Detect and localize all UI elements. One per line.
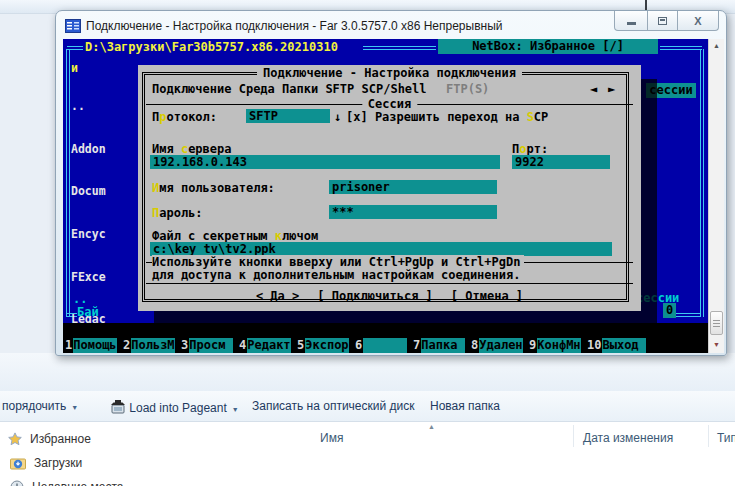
- command-line[interactable]: > ↑: [63, 323, 708, 338]
- file-item[interactable]: Encyc: [71, 228, 129, 241]
- column-divider[interactable]: [573, 425, 574, 447]
- new-folder-button[interactable]: Новая папка: [430, 399, 500, 413]
- server-name-input[interactable]: 192.168.0.143: [150, 155, 500, 169]
- right-panel-title[interactable]: NetBox: Избранное [/]: [438, 39, 658, 54]
- organize-button[interactable]: порядочить▼: [2, 399, 78, 413]
- close-icon: X: [694, 15, 701, 27]
- dialog-tabs[interactable]: Подключение Среда Папки SFTP SCP/Shell: [152, 82, 427, 97]
- far-console: D:\Загрузки\Far30b5757.x86.20210310 NetB…: [63, 39, 708, 353]
- yes-button[interactable]: < Да >: [256, 289, 299, 304]
- column-header-name[interactable]: Имя: [320, 431, 343, 445]
- fnkey-9[interactable]: 9КонфМн: [529, 338, 581, 353]
- scrollbar-thumb[interactable]: [710, 311, 723, 335]
- thumb-grip: [713, 320, 720, 327]
- fnkey-4[interactable]: 4Редакт: [239, 338, 291, 353]
- username-input[interactable]: prisoner: [329, 180, 497, 194]
- star-icon: [8, 432, 22, 446]
- maximize-icon: [658, 17, 667, 25]
- load-into-pageant-button[interactable]: Load into Pageant▼: [110, 399, 239, 415]
- port-input[interactable]: 9922: [512, 155, 610, 169]
- dialog-tab-disabled: FTP(S): [446, 82, 489, 97]
- minimize-icon: [627, 22, 636, 25]
- sidebar-label: Недавние места: [32, 480, 123, 486]
- burn-to-disc-button[interactable]: Записать на оптический диск: [252, 399, 415, 413]
- sidebar-item-favorites[interactable]: Избранное: [8, 432, 91, 446]
- explorer-content: Избранное Загрузки Недавние места ▲ Имя …: [0, 422, 735, 486]
- function-key-bar: 1Помощь 2ПользМ 3Просм 4Редакт 5Экспор 6…: [63, 338, 708, 353]
- sidebar-label: Загрузки: [34, 456, 82, 470]
- panel-border: [660, 46, 702, 50]
- left-panel-path[interactable]: D:\Загрузки\Far30b5757.x86.20210310: [85, 40, 338, 55]
- chevron-down-icon: ▼: [232, 406, 239, 413]
- file-item[interactable]: Addon: [71, 143, 129, 156]
- panel-border: [66, 49, 70, 317]
- right-panel-count: 0: [663, 303, 676, 318]
- password-label: Пароль:: [152, 206, 203, 221]
- fnkey-1[interactable]: 1Помощь: [65, 338, 117, 353]
- connect-button[interactable]: [ Подключиться ]: [317, 289, 433, 304]
- recent-places-icon: [10, 480, 24, 486]
- connection-settings-dialog: Подключение - Настройка подключения Подк…: [138, 65, 641, 311]
- close-button[interactable]: X: [677, 11, 719, 31]
- fnkey-6[interactable]: 6: [355, 338, 407, 353]
- keyfile-input[interactable]: c:\key_tv\tv2.ppk: [150, 242, 612, 256]
- cancel-button[interactable]: [ Отмена ]: [451, 289, 523, 304]
- file-item[interactable]: Docum: [71, 185, 129, 198]
- scroll-down-icon[interactable]: ▼: [709, 341, 724, 348]
- minimize-button[interactable]: [614, 11, 648, 31]
- panel-border: [363, 46, 436, 50]
- console-scrollbar[interactable]: ▲ ▼: [708, 39, 724, 353]
- fnkey-5[interactable]: 5Экспор: [297, 338, 349, 353]
- dialog-buttons: < Да > [ Подключиться ] [ Отмена ]: [138, 289, 641, 304]
- panel-border: [700, 49, 704, 317]
- far-app-icon: [65, 19, 81, 33]
- fnkey-2[interactable]: 2ПользМ: [123, 338, 175, 353]
- file-item[interactable]: FExce: [71, 271, 129, 284]
- file-item[interactable]: ..: [71, 100, 129, 113]
- maximize-button[interactable]: [647, 11, 678, 31]
- protocol-dropdown-icon[interactable]: ↓: [334, 110, 341, 125]
- password-input[interactable]: ***: [329, 205, 497, 219]
- sort-ascending-icon: ▲: [428, 423, 435, 430]
- column-header-date[interactable]: Дата изменения: [583, 431, 673, 445]
- fnkey-10[interactable]: 10Выход: [587, 338, 646, 353]
- window-title: Подключение - Настройка подключения - Fa…: [86, 19, 503, 33]
- protocol-label: Протокол:: [152, 110, 217, 125]
- explorer-address-row: ← ▼ ▶ Компьютер ▶ Локальный диск (C:) ▶ …: [0, 353, 735, 391]
- tab-prev-icon[interactable]: ◄: [590, 82, 597, 97]
- explorer-toolbar: порядочить▼ Load into Pageant▼ Записать …: [0, 391, 735, 422]
- scroll-up-icon[interactable]: ▲: [709, 42, 724, 49]
- sidebar-item-downloads[interactable]: Загрузки: [10, 456, 82, 470]
- left-panel-bytes-fragment: Бай: [77, 305, 99, 320]
- hint-line-2: для доступа к дополнительным настройкам …: [152, 268, 520, 283]
- tab-next-icon[interactable]: ►: [608, 82, 615, 97]
- sidebar-label: Избранное: [30, 432, 91, 446]
- allow-scp-checkbox[interactable]: [x] Разрешить переход на SCP: [346, 110, 548, 125]
- username-label: Имя пользователя:: [152, 181, 275, 196]
- fnkey-7[interactable]: 7Папка: [413, 338, 465, 353]
- column-divider[interactable]: [708, 425, 709, 447]
- downloads-folder-icon: [10, 456, 26, 470]
- sidebar-item-recent-places[interactable]: Недавние места: [10, 480, 123, 486]
- fnkey-3[interactable]: 3Просм: [181, 338, 233, 353]
- protocol-select[interactable]: SFTP: [246, 109, 330, 123]
- fnkey-8[interactable]: 8Удален: [471, 338, 523, 353]
- column-header-type[interactable]: Тип: [717, 431, 735, 445]
- screen: ← ▼ ▶ Компьютер ▶ Локальный диск (C:) ▶ …: [0, 0, 735, 486]
- button-divider: [146, 283, 633, 284]
- far-window: Подключение - Настройка подключения - Fa…: [55, 10, 727, 356]
- pageant-icon: [110, 399, 126, 415]
- chevron-down-icon: ▼: [71, 404, 78, 411]
- dialog-title: Подключение - Настройка подключения: [257, 66, 522, 80]
